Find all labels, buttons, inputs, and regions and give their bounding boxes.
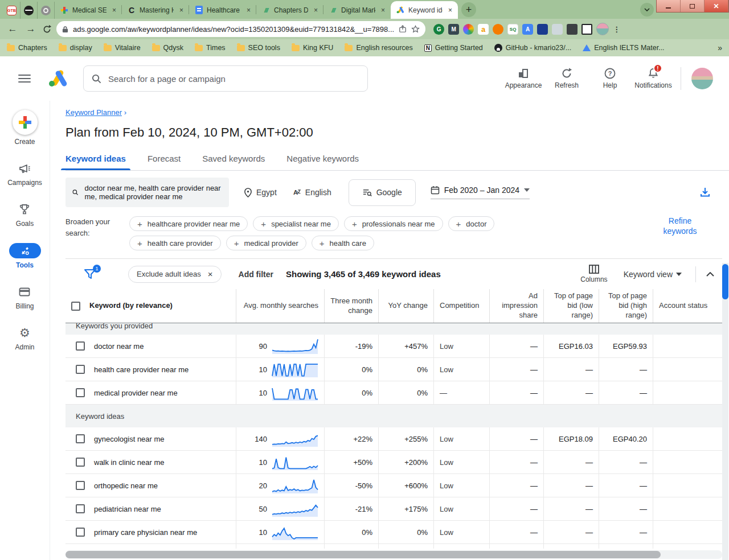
collapse-panel-button[interactable]: [706, 272, 714, 277]
row-checkbox[interactable]: [76, 481, 85, 490]
select-all-checkbox[interactable]: [71, 302, 80, 311]
horizontal-scrollbar-thumb[interactable]: [65, 551, 661, 558]
table-row[interactable]: orthopedic near me 20 -50% +600% Low — —…: [65, 474, 722, 497]
tab-chapters-digital[interactable]: /// Chapters Digital ×: [256, 1, 323, 19]
table-row[interactable]: primary care physician near me 10 0% 0% …: [65, 521, 722, 544]
filter-funnel-button[interactable]: 1: [84, 268, 96, 281]
download-button[interactable]: [699, 187, 711, 198]
refine-keywords-button[interactable]: Refine keywords: [657, 216, 703, 236]
translate-icon[interactable]: A: [522, 24, 533, 35]
share-icon[interactable]: [399, 25, 407, 33]
tab-keyword-ideas-active[interactable]: Keyword ideas - ×: [391, 1, 458, 19]
minimize-button[interactable]: [657, 0, 681, 12]
row-checkbox[interactable]: [76, 504, 85, 513]
close-tab-icon[interactable]: ×: [446, 6, 454, 14]
maximize-button[interactable]: [681, 0, 705, 12]
header-ad-impression-share[interactable]: Ad impression share: [490, 289, 544, 323]
a-extension-icon[interactable]: a: [478, 24, 489, 35]
header-top-of-page-bid-low[interactable]: Top of page bid (low range): [544, 289, 599, 323]
tab-forecast[interactable]: Forecast: [148, 154, 181, 170]
tab-keyword-ideas[interactable]: Keyword ideas: [65, 154, 126, 170]
new-tab-button[interactable]: +: [461, 2, 476, 17]
grammarly-icon[interactable]: G: [433, 24, 444, 35]
nav-billing[interactable]: Billing: [15, 285, 34, 310]
row-checkbox[interactable]: [76, 365, 85, 374]
m-extension-icon[interactable]: M: [448, 24, 459, 35]
vertical-scrollbar-thumb[interactable]: [722, 264, 728, 299]
vertical-scrollbar-track[interactable]: [722, 263, 728, 560]
chip-medical-provider[interactable]: +medical provider: [226, 236, 306, 250]
page-search-input[interactable]: Search for a page or campaign: [83, 65, 368, 92]
pinned-tab-globe[interactable]: [21, 2, 38, 19]
table-row[interactable]: gynecologist near me 140 +22% +255% Low …: [65, 427, 722, 451]
table-row[interactable]: walk in clinic near me 10 +50% +200% Low…: [65, 451, 722, 474]
bookmark-english-ielts[interactable]: English IELTS Mater...: [583, 44, 664, 52]
network-selector[interactable]: Google: [349, 179, 416, 206]
row-checkbox[interactable]: [76, 458, 85, 467]
close-tab-icon[interactable]: ×: [244, 6, 253, 14]
table-row[interactable]: medical provider near me 10 0% 0% — — — …: [65, 381, 722, 405]
header-account-status[interactable]: Account status: [653, 289, 722, 323]
create-button[interactable]: [13, 110, 38, 135]
gray-extension-icon[interactable]: [552, 24, 563, 35]
row-checkbox[interactable]: [76, 388, 85, 397]
orange-extension-icon[interactable]: [493, 24, 503, 35]
chip-doctor[interactable]: +doctor: [448, 216, 495, 231]
chip-health-care-provider[interactable]: +health care provider: [129, 236, 221, 250]
row-checkbox[interactable]: [76, 434, 85, 443]
close-tab-icon[interactable]: ×: [110, 6, 118, 14]
tab-medical-seo[interactable]: Medical SEO Ser ×: [55, 1, 122, 19]
tab-digital-marketing[interactable]: /// Digital Marketing ×: [323, 1, 391, 19]
bookmark-seo-tools[interactable]: SEO tools: [237, 44, 280, 52]
browser-menu-icon[interactable]: ⋮: [613, 25, 620, 34]
back-button[interactable]: ←: [6, 23, 19, 35]
header-yoy-change[interactable]: YoY change: [379, 289, 434, 323]
browser-profile-avatar[interactable]: [596, 23, 609, 35]
chip-specialist-near-me[interactable]: +specialist near me: [253, 216, 339, 231]
sq-extension-icon[interactable]: SQ: [507, 24, 518, 35]
pinned-tab-gtb[interactable]: GTB: [3, 2, 21, 19]
tab-search-button[interactable]: [640, 3, 654, 17]
account-avatar[interactable]: [691, 68, 713, 89]
nav-campaigns[interactable]: Campaigns: [7, 161, 42, 187]
add-filter-button[interactable]: Add filter: [239, 270, 273, 279]
nav-create[interactable]: Create: [13, 110, 38, 146]
table-row[interactable]: pediatrician near me 50 -21% +175% Low —…: [65, 497, 722, 521]
bookmark-times[interactable]: Times: [195, 44, 226, 52]
color-wheel-icon[interactable]: [463, 24, 474, 35]
menu-hamburger-icon[interactable]: [18, 72, 31, 85]
bookmarks-overflow-icon[interactable]: »: [718, 43, 722, 52]
bookmark-display[interactable]: display: [59, 44, 92, 52]
help-button[interactable]: ? Help: [588, 68, 632, 89]
close-tab-icon[interactable]: ×: [177, 6, 186, 14]
bookmark-qdysk[interactable]: Qdysk: [152, 44, 183, 52]
chip-health-care[interactable]: +health care: [312, 236, 374, 250]
tab-negative-keywords[interactable]: Negative keywords: [286, 154, 359, 170]
nav-admin[interactable]: ⚙ Admin: [15, 326, 34, 351]
bookmark-king-kfu[interactable]: King KFU: [292, 44, 334, 52]
nav-goals[interactable]: Goals: [16, 202, 34, 228]
refresh-button[interactable]: Refresh: [545, 68, 588, 89]
location-selector[interactable]: Egypt: [244, 188, 277, 197]
chip-professionals-near-me[interactable]: +professionals near me: [344, 216, 443, 231]
header-keyword[interactable]: Keyword (by relevance): [65, 289, 236, 323]
breadcrumb-keyword-planner-link[interactable]: Keyword Planner: [65, 108, 122, 117]
row-checkbox[interactable]: [76, 341, 85, 351]
remove-filter-icon[interactable]: ×: [208, 269, 213, 279]
close-tab-icon[interactable]: ×: [379, 6, 387, 14]
bookmark-chapters[interactable]: Chapters: [7, 44, 47, 52]
horizontal-scrollbar[interactable]: [65, 550, 722, 559]
columns-button[interactable]: Columns: [580, 265, 607, 283]
bookmark-star-icon[interactable]: [411, 25, 420, 34]
forward-button[interactable]: →: [24, 23, 38, 35]
tools-pill[interactable]: [9, 243, 41, 258]
tab-healthcare-seo[interactable]: Healthcare SEO: ×: [189, 1, 256, 19]
date-range-selector[interactable]: Feb 2020 – Jan 2024: [431, 186, 530, 199]
language-selector[interactable]: A English: [292, 188, 331, 197]
close-window-button[interactable]: ✕: [705, 0, 728, 12]
header-avg-monthly-searches[interactable]: Avg. monthly searches: [236, 289, 325, 323]
exclude-adult-ideas-chip[interactable]: Exclude adult ideas ×: [128, 266, 222, 283]
keyword-view-selector[interactable]: Keyword view: [624, 270, 682, 279]
table-row[interactable]: health care provider near me 10 0% 0% Lo…: [65, 358, 722, 381]
header-top-of-page-bid-high[interactable]: Top of page bid (high range): [599, 289, 653, 323]
